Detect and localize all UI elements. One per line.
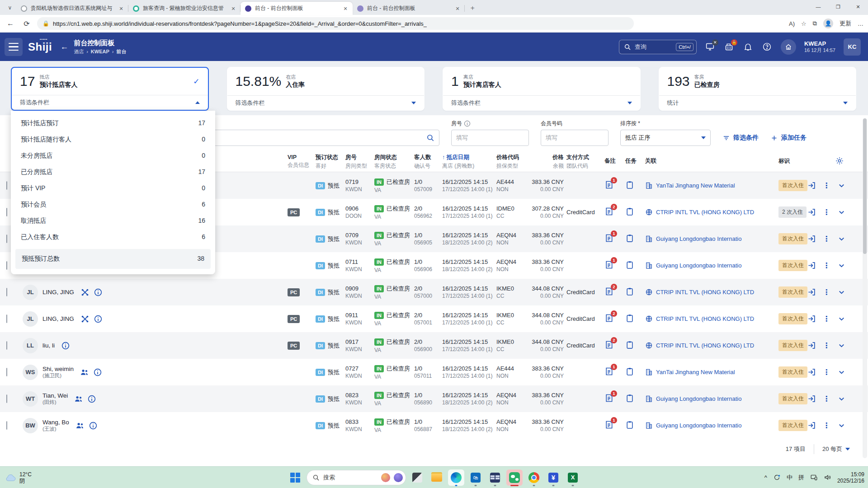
back-icon[interactable]: ← bbox=[5, 19, 16, 28]
notes-icon[interactable]: 2 bbox=[604, 340, 613, 349]
check-in-icon[interactable] bbox=[807, 261, 816, 270]
volume-icon[interactable] bbox=[824, 474, 831, 481]
browser-tab[interactable]: 旅客查询 - 紫楠旅馆业治安信息管✕ bbox=[128, 2, 241, 15]
company-link[interactable]: Guiyang Longdongbao Internatio bbox=[656, 235, 741, 242]
check-in-icon[interactable] bbox=[807, 288, 816, 296]
accompanying-guests-icon[interactable] bbox=[74, 394, 83, 404]
menu-hamburger-icon[interactable] bbox=[5, 38, 23, 56]
check-in-icon[interactable] bbox=[807, 314, 816, 323]
taskbar-weather-widget[interactable]: 12°C阴 bbox=[5, 471, 32, 484]
task-view-icon[interactable] bbox=[409, 469, 425, 486]
guest-info-icon[interactable] bbox=[89, 421, 98, 430]
collections-icon[interactable]: ⧉ bbox=[813, 20, 817, 27]
card-departures[interactable]: 1 离店预计离店客人 筛选条件栏 bbox=[443, 67, 641, 111]
guest-info-icon[interactable] bbox=[94, 288, 103, 297]
column-header[interactable]: ↑ 抵店日期离店 (房晚数) bbox=[442, 154, 496, 170]
filter-dropdown-item[interactable]: 预计 VIP0 bbox=[11, 180, 215, 197]
new-tab-button[interactable]: ＋ bbox=[467, 2, 478, 14]
check-in-icon[interactable] bbox=[807, 368, 816, 376]
expand-row-icon[interactable] bbox=[837, 341, 846, 350]
company-link[interactable]: Guiyang Longdongbao Internatio bbox=[656, 422, 741, 429]
cast-device-icon[interactable] bbox=[810, 474, 818, 481]
tab-close-icon[interactable]: ✕ bbox=[454, 5, 461, 12]
guest-info-icon[interactable] bbox=[87, 394, 96, 404]
company-link[interactable]: Guiyang Longdongbao Internatio bbox=[656, 262, 741, 269]
browser-update-button[interactable]: 更新 bbox=[840, 19, 851, 28]
arrivals-filter-bar[interactable]: 筛选条件栏 bbox=[12, 95, 208, 110]
column-header[interactable]: 价格余额 bbox=[524, 154, 566, 170]
row-checkbox[interactable] bbox=[6, 394, 7, 403]
breadcrumb-property[interactable]: KWEAP bbox=[91, 49, 109, 54]
company-link[interactable]: CTRIP INTL TVL (HONG KONG) LTD bbox=[656, 289, 754, 296]
task-icon[interactable] bbox=[625, 180, 634, 189]
accompanying-guests-icon[interactable] bbox=[75, 421, 85, 430]
notes-icon[interactable]: 1 bbox=[604, 420, 613, 429]
notes-icon[interactable]: 1 bbox=[604, 260, 613, 269]
window-maximize-button[interactable]: ❐ bbox=[828, 0, 848, 14]
scrollbar-thumb[interactable] bbox=[863, 118, 867, 254]
guest-name[interactable]: Wang, Bo bbox=[42, 419, 69, 426]
company-link[interactable]: CTRIP INTL TVL (HONG KONG) LTD bbox=[656, 209, 754, 216]
page-size-select[interactable]: 20 每页 bbox=[822, 445, 850, 453]
column-header[interactable]: 备注 bbox=[604, 157, 625, 166]
window-minimize-button[interactable]: — bbox=[808, 0, 828, 14]
microsoft-store-icon[interactable]: 🛍 bbox=[467, 469, 484, 486]
task-icon[interactable] bbox=[625, 340, 634, 349]
tab-close-icon[interactable]: ✕ bbox=[230, 5, 237, 12]
room-number-input[interactable]: 填写 bbox=[451, 130, 529, 146]
guest-info-icon[interactable] bbox=[61, 341, 70, 350]
task-icon[interactable] bbox=[625, 207, 634, 216]
row-checkbox[interactable] bbox=[6, 181, 7, 190]
task-icon[interactable] bbox=[625, 260, 634, 269]
cashier-icon[interactable]: 🔒 bbox=[724, 42, 735, 52]
expand-row-icon[interactable] bbox=[837, 181, 846, 190]
ime-language-icon[interactable]: 中 bbox=[787, 474, 793, 482]
column-header[interactable]: 支付方式团队代码 bbox=[566, 154, 604, 170]
guest-name[interactable]: Tian, Wei bbox=[42, 392, 68, 399]
home-icon[interactable] bbox=[781, 39, 796, 55]
company-link[interactable]: YanTai Jinghang New Material bbox=[656, 182, 735, 189]
filter-dropdown-item[interactable]: 取消抵店16 bbox=[11, 213, 215, 229]
column-header[interactable]: 任务 bbox=[625, 157, 645, 166]
tab-close-icon[interactable]: ✕ bbox=[342, 5, 349, 12]
expand-row-icon[interactable] bbox=[837, 314, 846, 323]
excel-icon[interactable]: X bbox=[565, 469, 581, 486]
refresh-icon[interactable]: ⟳ bbox=[21, 19, 33, 28]
member-number-input[interactable]: 填写 bbox=[541, 130, 609, 146]
expand-row-icon[interactable] bbox=[837, 421, 846, 430]
browser-tab[interactable]: 前台 - 前台控制面板✕ bbox=[241, 2, 353, 15]
help-icon[interactable] bbox=[762, 42, 773, 52]
start-button[interactable] bbox=[287, 469, 303, 486]
column-header[interactable]: 客人数确认号 bbox=[414, 154, 442, 170]
check-in-icon[interactable] bbox=[807, 421, 816, 430]
row-checkbox[interactable] bbox=[6, 235, 7, 243]
accompanying-guests-icon[interactable] bbox=[80, 368, 89, 377]
table-row[interactable]: JLLING, JINGPCDI预抵0909KWDNIN已检查房VA2/0057… bbox=[0, 279, 868, 305]
filter-dropdown-item[interactable]: 已入住客人数6 bbox=[11, 229, 215, 245]
breadcrumb-hotel[interactable]: 酒店 bbox=[74, 48, 84, 55]
taskbar-clock[interactable]: 15:092025/12/16 bbox=[837, 471, 864, 484]
filter-dropdown-item[interactable]: 已分房抵店17 bbox=[11, 164, 215, 180]
guest-name[interactable]: Shi, weimin bbox=[42, 366, 74, 372]
table-row[interactable]: BWWang, Bo(王波)DI预抵0833KWDNIN已检查房VA1/0056… bbox=[0, 412, 868, 439]
add-task-button[interactable]: 添加任务 bbox=[770, 130, 807, 146]
chrome-icon[interactable] bbox=[526, 469, 542, 486]
row-checkbox[interactable] bbox=[6, 314, 7, 323]
tab-search-chevron[interactable]: ∨ bbox=[4, 1, 16, 14]
expand-row-icon[interactable] bbox=[837, 368, 846, 376]
property-info[interactable]: KWEAP 16 12月 14:57 bbox=[804, 40, 835, 54]
wechat-icon[interactable] bbox=[506, 469, 523, 486]
notes-icon[interactable]: 2 bbox=[604, 287, 613, 296]
notes-icon[interactable]: 2 bbox=[604, 314, 613, 323]
tab-close-icon[interactable]: ✕ bbox=[118, 5, 125, 12]
filter-dropdown-item[interactable]: 未分房抵店0 bbox=[11, 148, 215, 164]
row-menu-icon[interactable]: ⋮ bbox=[823, 208, 830, 216]
file-explorer-icon[interactable] bbox=[429, 469, 445, 486]
notes-icon[interactable]: 1 bbox=[604, 394, 613, 403]
user-avatar[interactable]: KC bbox=[844, 38, 861, 56]
company-link[interactable]: Guiyang Longdongbao Internatio bbox=[656, 395, 741, 402]
company-link[interactable]: CTRIP INTL TVL (HONG KONG) LTD bbox=[656, 342, 754, 349]
row-menu-icon[interactable]: ⋮ bbox=[823, 314, 830, 323]
row-menu-icon[interactable]: ⋮ bbox=[823, 368, 830, 376]
row-menu-icon[interactable]: ⋮ bbox=[823, 235, 830, 243]
